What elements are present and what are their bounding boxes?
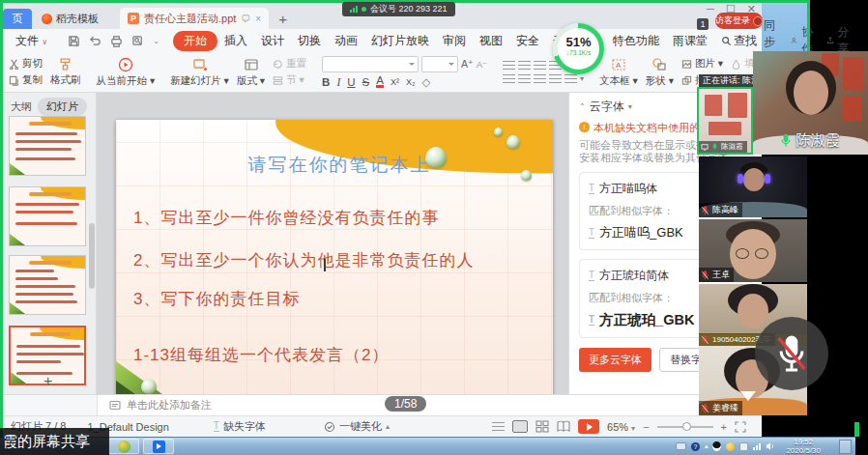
tab-comment-icon[interactable]: 🗩 [241,14,250,24]
notes-input[interactable]: 单击此处添加备注 1/58 [97,395,762,415]
video-tile-participant[interactable]: 陈高峰 [699,156,807,217]
beautify-button[interactable]: 一键美化▴ [324,419,390,434]
align-left-icon[interactable] [503,74,515,84]
normal-view-icon[interactable] [512,420,528,433]
menu-rainclass[interactable]: 雨课堂 [666,31,714,51]
print-preview-icon[interactable] [131,35,144,47]
slide-line-4[interactable]: 1-13组每组选一个代表发言（2） [133,344,543,366]
minimize-button[interactable]: ─ [707,3,714,15]
copy-button[interactable]: 复制 [9,73,43,87]
zoom-slider[interactable] [657,426,713,428]
picture-button[interactable]: 图片 ▾ [681,57,723,71]
decrease-font-icon[interactable]: A⁻ [477,59,487,70]
mute-indicator-overlay[interactable] [755,317,828,390]
section-button[interactable]: 节 ▾ [273,73,306,87]
taskbar-meeting-button[interactable] [143,439,174,454]
menu-special[interactable]: 特色功能 [606,31,666,51]
save-icon[interactable] [68,35,80,47]
missing-font-status[interactable]: T 缺失字体 [214,419,266,434]
menu-transition[interactable]: 切换 [291,31,328,51]
slide[interactable]: 请写在你的笔记本上 1、写出至少一件你曾经没有负责任的事 2、写出至少一个你认为… [116,120,553,394]
zoom-level[interactable]: 65% ▾ [607,421,635,433]
more-cloud-fonts-button[interactable]: 更多云字体 [579,348,651,372]
taskbar-clock[interactable]: 19:52 2020/5/30 [786,438,821,455]
align-center-icon[interactable] [518,74,531,84]
justify-icon[interactable] [549,74,562,84]
slide-line-2[interactable]: 2、写出至少一个你认为他是非常负责任的人 [133,249,543,271]
slideshow-play-button[interactable] [578,419,599,434]
taskbar-wps-button[interactable] [108,439,139,454]
ime-tray-icon[interactable] [739,442,748,451]
tray-expand-icon[interactable]: ▴ [705,442,709,450]
align-right-icon[interactable] [534,74,546,84]
zoom-slider-handle[interactable] [682,422,691,431]
slide-thumbnail-1[interactable] [9,116,86,176]
volume-tray-icon[interactable] [766,441,775,451]
zoom-in-icon[interactable]: + [721,421,727,433]
menu-animation[interactable]: 动画 [328,31,364,51]
tab-document[interactable]: P 责任心主题活动.ppt 🗩 × [120,8,269,29]
increase-font-icon[interactable]: A⁺ [461,58,474,70]
qq-tray-icon[interactable] [712,441,721,451]
add-slide-button[interactable]: + [43,373,52,390]
show-desktop-button[interactable] [839,440,852,454]
network-speed-overlay[interactable]: 51% ↓73.1K/s [553,23,604,74]
tab-docker-templates[interactable]: 稻壳模板 [32,9,108,29]
print-icon[interactable] [110,35,123,47]
outdent-icon[interactable] [534,61,546,71]
menu-security[interactable]: 安全 [509,31,546,51]
panel-collapse-icon[interactable]: ⌃ [579,102,586,111]
clear-format-icon[interactable]: ◇ [421,75,430,89]
shape-button[interactable]: 形状 ▾ [646,57,674,88]
new-tab-button[interactable]: + [278,11,287,29]
slide-canvas[interactable]: 请写在你的笔记本上 1、写出至少一件你曾经没有负责任的事 2、写出至少一个你认为… [97,93,568,394]
reading-view-icon[interactable] [557,420,570,433]
chevron-down-icon[interactable]: ▾ [628,102,632,111]
video-tile-screen-preview[interactable]: 陈淑霞 [697,87,753,155]
italic-button[interactable]: I [336,76,340,88]
tab-home[interactable]: 页 [3,9,32,29]
menu-review[interactable]: 审阅 [436,31,473,51]
reset-button[interactable]: 重置 [273,57,306,71]
numbering-icon[interactable] [518,61,531,71]
view-menu-icon[interactable] [492,422,505,432]
menu-insert[interactable]: 插入 [217,31,254,51]
font-size-select[interactable] [421,56,458,72]
quick-access-more-icon[interactable]: ⌄ [153,37,159,45]
outline-tab[interactable]: 大纲 [11,100,32,114]
menu-file[interactable]: 文件 ∨ [9,31,54,51]
bullets-icon[interactable] [503,61,515,71]
fit-window-icon[interactable] [735,421,746,433]
menu-find[interactable]: 查找 [714,31,764,51]
menu-design[interactable]: 设计 [254,31,291,51]
tab-close-icon[interactable]: × [255,14,261,24]
network-tray-icon[interactable] [753,443,761,450]
slide-line-1[interactable]: 1、写出至少一件你曾经没有负责任的事 [133,207,543,229]
line-spacing-icon[interactable] [564,74,577,84]
menu-home[interactable]: 开始 [173,31,217,51]
slide-thumbnail-3[interactable] [9,255,86,315]
keyboard-tray-icon[interactable] [676,442,686,450]
superscript-button[interactable]: X² [391,77,399,87]
new-slide-button[interactable]: 新建幻灯片 ▾ [170,57,229,88]
slide-title[interactable]: 请写在你的笔记本上 [193,153,485,178]
font-color-button[interactable]: A [376,75,384,88]
video-tile-speaker-large[interactable]: 陈淑霞 [753,51,868,155]
collapse-videos-arrow[interactable] [740,391,756,401]
menu-slideshow[interactable]: 幻灯片放映 [364,31,436,51]
zoom-out-icon[interactable]: − [643,421,649,433]
tray-icon[interactable]: ? [691,442,700,451]
textbox-button[interactable]: A 文本框 ▾ [599,57,638,88]
layout-button[interactable]: 版式 ▾ [237,57,265,88]
bold-button[interactable]: B [322,76,330,88]
slides-tab[interactable]: 幻灯片 [38,98,87,116]
cut-button[interactable]: 剪切 [9,57,43,71]
strike-button[interactable]: S [362,76,370,88]
menu-view[interactable]: 视图 [473,31,509,51]
coin-tray-icon[interactable] [726,442,735,451]
slide-line-3[interactable]: 3、写下你的责任目标 [133,288,543,310]
undo-icon[interactable] [89,35,101,47]
slide-sorter-icon[interactable] [535,420,549,433]
sidebar-scrollbar[interactable] [89,223,95,289]
subscript-button[interactable]: X₂ [406,77,416,87]
